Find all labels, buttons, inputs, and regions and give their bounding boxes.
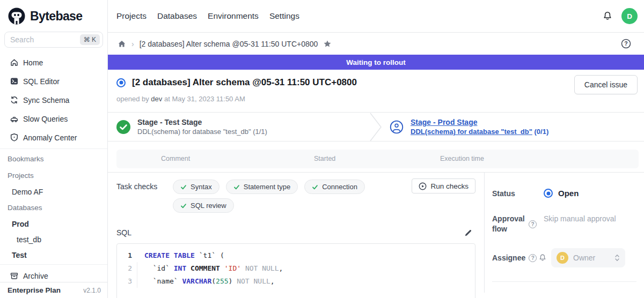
sidebar: Bytebase ⌘ K Home SQL Editor bbox=[0, 0, 108, 298]
search-box[interactable]: ⌘ K bbox=[4, 32, 103, 48]
home-icon[interactable] bbox=[118, 40, 126, 48]
run-checks-button[interactable]: Run checks bbox=[412, 178, 475, 193]
sql-code-editor[interactable]: 1 CREATE TABLE `t1` ( 2 `id` INT COMMENT… bbox=[116, 243, 475, 298]
stage-bar: Stage - Test Stage DDL(schema) for datab… bbox=[108, 112, 644, 141]
search-input[interactable] bbox=[10, 35, 69, 44]
assignee-dropdown[interactable]: D Owner bbox=[551, 248, 625, 267]
approval-flow-row: Approval flow ? Skip manual approval bbox=[492, 214, 636, 234]
question-circle-icon[interactable]: ? bbox=[529, 254, 537, 262]
sql-token: NOT NULL bbox=[245, 264, 279, 272]
stage-detail-link[interactable]: DDL(schema) for database "test_db" (0/1) bbox=[411, 128, 548, 136]
sidebar-item-test[interactable]: Test bbox=[0, 247, 107, 263]
check-chip-sql-review[interactable]: SQL review bbox=[173, 198, 234, 213]
question-circle-icon[interactable]: ? bbox=[529, 220, 537, 228]
task-detail-panel: Task checks Syntax Statement type Connec… bbox=[108, 173, 485, 293]
notification-bell-icon[interactable] bbox=[602, 11, 613, 21]
sql-token bbox=[186, 264, 191, 272]
topnav-environments[interactable]: Environments bbox=[208, 11, 259, 21]
line-number: 1 bbox=[117, 249, 137, 262]
bell-small-icon[interactable] bbox=[538, 254, 547, 262]
home-icon bbox=[10, 58, 19, 67]
sidebar-item-anomaly-center[interactable]: Anomaly Center bbox=[0, 128, 107, 147]
sql-token: 'ID' bbox=[224, 264, 241, 272]
stage-name: Stage - Test Stage bbox=[137, 118, 267, 126]
edit-pencil-icon[interactable] bbox=[464, 229, 472, 237]
assignee-label: Assignee bbox=[492, 253, 525, 263]
sql-token: `t1` ( bbox=[195, 251, 224, 259]
sql-token: 255 bbox=[216, 277, 228, 285]
topnav-databases[interactable]: Databases bbox=[157, 11, 197, 21]
chip-label: Connection bbox=[322, 183, 357, 191]
stage-detail-text[interactable]: DDL(schema) for database "test_db" bbox=[411, 128, 532, 136]
sidebar-item-label: Anomaly Center bbox=[23, 133, 77, 142]
code-line: 1 CREATE TABLE `t1` ( bbox=[117, 249, 475, 262]
assignee-value: Owner bbox=[573, 254, 595, 262]
sidebar-item-sync-schema[interactable]: Sync Schema bbox=[0, 91, 107, 109]
task-checks-label: Task checks bbox=[116, 180, 173, 191]
help-icon[interactable]: ? bbox=[621, 39, 631, 49]
chip-label: Syntax bbox=[191, 183, 212, 191]
code-line: 3 `name` VARCHAR(255) NOT NULL, bbox=[117, 275, 475, 288]
status-label: Status bbox=[492, 189, 544, 198]
column-execution-time: Execution time bbox=[440, 150, 484, 168]
sidebar-item-demo-af[interactable]: Demo AF bbox=[0, 184, 107, 199]
stage-test[interactable]: Stage - Test Stage DDL(schema) for datab… bbox=[108, 118, 369, 136]
breadcrumb-title[interactable]: [2 databases] Alter schema @05-31 11:50 … bbox=[140, 40, 318, 48]
check-chip-connection[interactable]: Connection bbox=[304, 180, 365, 194]
code-line: 2 `id` INT COMMENT 'ID' NOT NULL, bbox=[117, 262, 475, 275]
sidebar-item-bookmarks[interactable]: Bookmarks bbox=[0, 151, 107, 167]
sql-token: , bbox=[279, 264, 283, 272]
bytebase-logo-icon bbox=[8, 7, 26, 25]
sidebar-item-label: Home bbox=[23, 58, 43, 67]
check-icon bbox=[180, 184, 187, 190]
opened-prefix: opened by bbox=[116, 95, 149, 103]
cancel-issue-button[interactable]: Cancel issue bbox=[574, 75, 638, 94]
user-avatar[interactable]: D bbox=[621, 8, 638, 24]
stage-prod[interactable]: Stage - Prod Stage DDL(schema) for datab… bbox=[383, 118, 548, 136]
sidebar-section-databases[interactable]: Databases bbox=[0, 199, 107, 216]
sql-token: NOT NULL bbox=[237, 277, 270, 285]
sidebar-item-home[interactable]: Home bbox=[0, 53, 107, 72]
sidebar-item-label: Sync Schema bbox=[23, 96, 69, 105]
star-icon[interactable] bbox=[323, 40, 332, 48]
top-navigation: Projects Databases Environments Settings… bbox=[108, 0, 644, 33]
chip-label: SQL review bbox=[191, 202, 226, 210]
check-circle-icon bbox=[116, 120, 130, 134]
sql-token: INT bbox=[174, 264, 186, 272]
sidebar-item-label: Archive bbox=[23, 272, 48, 280]
sidebar-item-test-db[interactable]: test_db bbox=[0, 232, 107, 247]
topnav-projects[interactable]: Projects bbox=[116, 11, 147, 21]
sidebar-item-label: SQL Editor bbox=[23, 77, 60, 86]
check-chips: Syntax Statement type Connection SQL rev… bbox=[173, 180, 377, 213]
task-table-header: Comment Started Execution time bbox=[116, 150, 639, 168]
stage-detail: DDL(schema) for database "test_db" (1/1) bbox=[137, 128, 267, 136]
check-chip-syntax[interactable]: Syntax bbox=[173, 180, 219, 194]
car-icon bbox=[10, 114, 19, 123]
approval-flow-value: Skip manual approval bbox=[544, 214, 616, 223]
sql-token: `id` bbox=[144, 264, 174, 272]
svg-text:?: ? bbox=[624, 40, 627, 47]
check-chip-statement-type[interactable]: Statement type bbox=[226, 180, 298, 194]
terminal-icon bbox=[10, 77, 19, 86]
sidebar-divider bbox=[0, 148, 107, 149]
status-row: Status Open bbox=[492, 189, 636, 198]
sidebar-section-projects[interactable]: Projects bbox=[0, 167, 107, 184]
run-checks-label: Run checks bbox=[430, 182, 469, 190]
opened-user: dev bbox=[151, 95, 162, 103]
issue-opened-line: opened by dev at May 31, 2023 11:50 AM bbox=[116, 95, 635, 103]
sql-token: COMMENT bbox=[191, 264, 220, 272]
bytebase-logo[interactable]: Bytebase bbox=[0, 0, 107, 31]
issue-open-status-icon bbox=[116, 78, 126, 87]
select-caret-icon bbox=[614, 254, 620, 262]
sidebar-item-slow-queries[interactable]: Slow Queries bbox=[0, 109, 107, 128]
archive-icon bbox=[10, 271, 19, 280]
topnav-settings[interactable]: Settings bbox=[269, 11, 299, 21]
check-icon bbox=[233, 184, 240, 190]
sidebar-item-sql-editor[interactable]: SQL Editor bbox=[0, 72, 107, 91]
sidebar-item-prod[interactable]: Prod bbox=[0, 216, 107, 232]
stage-name-link[interactable]: Stage - Prod Stage bbox=[411, 118, 548, 126]
logo-wordmark: Bytebase bbox=[30, 9, 82, 24]
play-circle-icon bbox=[419, 182, 427, 190]
stage-separator-chevron bbox=[369, 113, 383, 141]
sql-section-label: SQL bbox=[116, 228, 131, 237]
